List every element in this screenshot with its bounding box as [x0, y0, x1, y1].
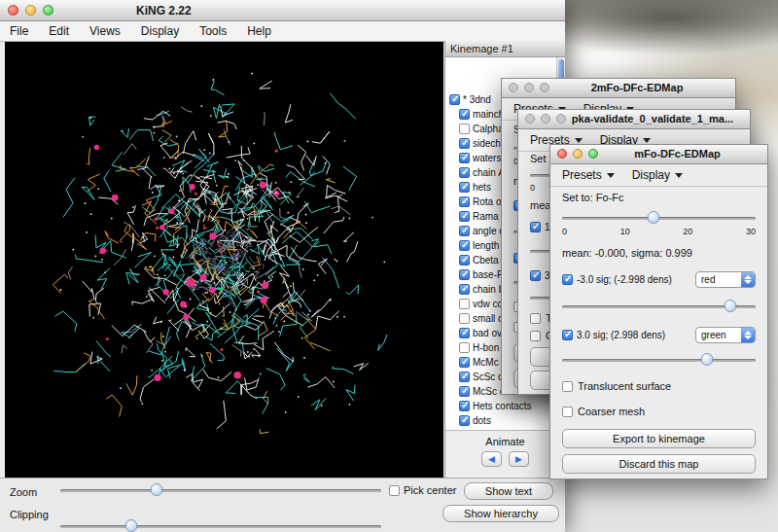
- contour-checkbox[interactable]: [530, 270, 541, 281]
- kinemage-item[interactable]: Hets contacts: [459, 399, 556, 413]
- coarser-mesh-checkbox[interactable]: [562, 407, 573, 417]
- map-titlebar[interactable]: 2mFo-DFc-EDMap: [502, 79, 735, 98]
- item-label: base-P: [473, 269, 504, 280]
- level-slider[interactable]: [562, 211, 756, 225]
- neg-contour-checkbox[interactable]: [562, 274, 573, 285]
- item-checkbox[interactable]: [459, 124, 470, 134]
- neg-color-dropdown[interactable]: red: [695, 271, 756, 288]
- show-hierarchy-button[interactable]: Show hierarchy: [442, 505, 559, 522]
- zoom-slider[interactable]: [60, 483, 381, 497]
- animate-step-back-button[interactable]: ◀: [481, 451, 502, 467]
- neg-contour-slider[interactable]: [562, 300, 756, 313]
- minimize-button[interactable]: [25, 5, 36, 16]
- coarser-mesh-checkbox[interactable]: [530, 331, 541, 341]
- window-controls: [525, 114, 566, 124]
- translucent-checkbox[interactable]: [562, 381, 573, 392]
- neg-contour-label: -3.0 sig; (-2.998 dens): [577, 274, 672, 285]
- display-menu[interactable]: Display: [632, 168, 683, 182]
- minimize-button[interactable]: [573, 149, 583, 159]
- item-label: waters: [473, 153, 501, 163]
- molecule-render: [5, 42, 443, 479]
- item-checkbox[interactable]: [459, 284, 470, 295]
- menu-help[interactable]: Help: [247, 24, 271, 38]
- item-checkbox[interactable]: [459, 226, 470, 236]
- menu-views[interactable]: Views: [89, 24, 121, 38]
- menu-edit[interactable]: Edit: [49, 24, 69, 38]
- item-checkbox[interactable]: [459, 196, 470, 207]
- item-checkbox[interactable]: [459, 328, 470, 338]
- coarser-mesh-row: Coarser mesh: [562, 406, 756, 417]
- item-checkbox[interactable]: [459, 386, 470, 397]
- map-menubar: Presets Display: [550, 164, 767, 187]
- minimize-button[interactable]: [524, 83, 534, 92]
- animate-step-forward-button[interactable]: ▶: [509, 451, 529, 467]
- item-label: small o: [473, 313, 504, 324]
- item-checkbox[interactable]: [459, 415, 470, 426]
- minimize-button[interactable]: [541, 114, 550, 124]
- map-titlebar[interactable]: mFo-DFc-EDMap: [550, 145, 767, 164]
- contour-checkbox[interactable]: [530, 222, 541, 232]
- item-checkbox[interactable]: [459, 153, 470, 163]
- pick-center-checkbox[interactable]: [389, 485, 400, 496]
- pos-color-dropdown[interactable]: green: [695, 327, 756, 343]
- kinemage-item[interactable]: dots: [459, 413, 556, 428]
- clipping-slider-thumb[interactable]: [124, 519, 137, 532]
- item-label: length: [473, 240, 499, 251]
- clipping-label: Clipping: [10, 509, 49, 520]
- item-checkbox[interactable]: [459, 255, 470, 266]
- menu-display[interactable]: Display: [141, 24, 179, 38]
- molecule-viewport[interactable]: [5, 42, 443, 479]
- item-checkbox[interactable]: [459, 211, 470, 222]
- show-text-button[interactable]: Show text: [464, 482, 553, 500]
- item-checkbox[interactable]: [459, 269, 470, 280]
- menu-tools[interactable]: Tools: [199, 24, 227, 38]
- close-button[interactable]: [8, 5, 18, 16]
- discard-map-button[interactable]: Discard this map: [562, 454, 756, 474]
- item-label: sidech: [473, 138, 501, 149]
- slider-thumb[interactable]: [647, 211, 659, 224]
- item-label: mainch: [473, 109, 504, 120]
- item-checkbox[interactable]: [459, 138, 470, 149]
- zoom-button[interactable]: [43, 5, 53, 16]
- item-label: * 3dnd: [463, 94, 491, 105]
- item-label: angle d: [473, 226, 505, 236]
- item-checkbox[interactable]: [459, 372, 470, 382]
- window-title: mFo-DFc-EDMap: [595, 148, 760, 160]
- slider-thumb[interactable]: [701, 353, 714, 366]
- zoom-slider-thumb[interactable]: [151, 483, 163, 496]
- item-checkbox[interactable]: [459, 167, 470, 178]
- kinemage-panel-title: Kinemage #1: [445, 41, 565, 57]
- pick-center-row: Pick center: [389, 484, 456, 496]
- translucent-checkbox[interactable]: [530, 313, 541, 324]
- close-button[interactable]: [557, 149, 567, 159]
- window-controls: [509, 83, 549, 92]
- item-checkbox[interactable]: [459, 357, 470, 368]
- item-label: Calpha: [473, 124, 504, 134]
- item-label: bad ov: [473, 328, 502, 338]
- pos-contour-label: 3.0 sig; (2.998 dens): [577, 330, 665, 340]
- item-checkbox[interactable]: [449, 94, 460, 105]
- export-to-kinemage-button[interactable]: Export to kinemage: [562, 429, 756, 448]
- item-checkbox[interactable]: [459, 401, 470, 411]
- main-titlebar[interactable]: KiNG 2.22: [0, 0, 565, 21]
- map-titlebar[interactable]: pka-validate_0_validate_1_ma...: [518, 110, 750, 129]
- item-checkbox[interactable]: [459, 313, 470, 324]
- window-controls: [8, 5, 53, 16]
- item-checkbox[interactable]: [459, 299, 470, 309]
- close-button[interactable]: [509, 83, 518, 92]
- close-button[interactable]: [525, 114, 535, 124]
- item-label: vdw co: [473, 299, 503, 309]
- edmap-window-mfo: mFo-DFc-EDMap Presets Display Set to: Fo…: [549, 144, 768, 479]
- slider-thumb[interactable]: [725, 300, 737, 312]
- item-checkbox[interactable]: [459, 240, 470, 251]
- item-label: H-bon: [473, 342, 499, 353]
- item-checkbox[interactable]: [459, 109, 470, 120]
- menu-file[interactable]: File: [10, 24, 28, 38]
- pos-contour-slider[interactable]: [562, 353, 756, 367]
- item-checkbox[interactable]: [459, 342, 470, 353]
- pos-contour-checkbox[interactable]: [562, 330, 573, 340]
- presets-menu[interactable]: Presets: [562, 168, 615, 182]
- clipping-slider[interactable]: [60, 519, 381, 532]
- viewer-controls-bar: Zoom Pick center Show text Clipping Show…: [0, 478, 565, 532]
- item-checkbox[interactable]: [459, 182, 470, 193]
